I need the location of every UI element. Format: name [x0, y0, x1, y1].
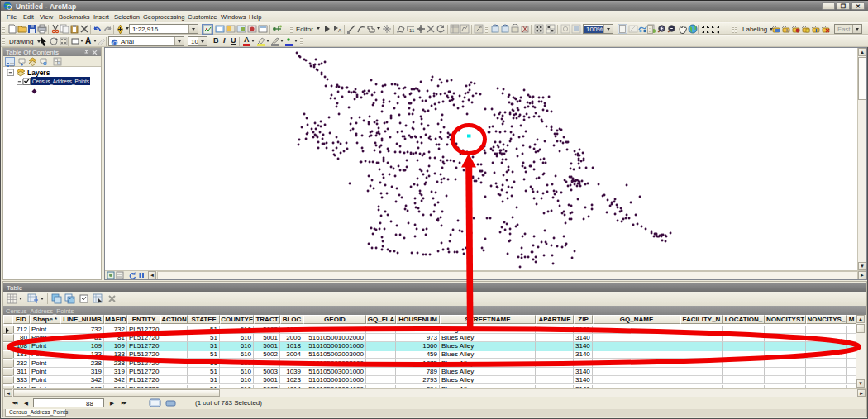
svg-text:N: N — [786, 28, 789, 33]
svg-text:O: O — [112, 40, 117, 46]
svg-text:11: 11 — [409, 28, 415, 33]
svg-text:A: A — [338, 28, 341, 33]
